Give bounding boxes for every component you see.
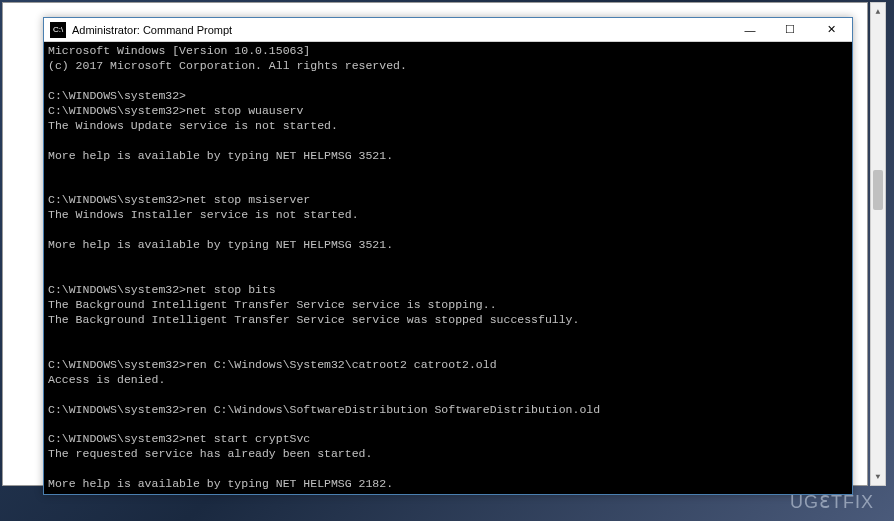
watermark-logo: UGƐTFIX: [790, 491, 874, 513]
terminal-line: [48, 328, 848, 343]
terminal-line: [48, 417, 848, 432]
scroll-up-arrow[interactable]: ▲: [871, 3, 885, 20]
terminal-line: C:\WINDOWS\system32>: [48, 89, 848, 104]
terminal-line: [48, 268, 848, 283]
terminal-line: [48, 164, 848, 179]
terminal-line: C:\WINDOWS\system32>ren C:\Windows\Softw…: [48, 403, 848, 418]
terminal-line: Access is denied.: [48, 373, 848, 388]
vertical-scrollbar[interactable]: ▲ ▼: [870, 2, 886, 486]
terminal-line: More help is available by typing NET HEL…: [48, 477, 848, 492]
terminal-line: [48, 74, 848, 89]
terminal-line: The Windows Update service is not starte…: [48, 119, 848, 134]
maximize-button[interactable]: ☐: [770, 18, 810, 41]
window-titlebar[interactable]: C:\ Administrator: Command Prompt — ☐ ✕: [44, 18, 852, 42]
terminal-line: C:\WINDOWS\system32>net start cryptSvc: [48, 432, 848, 447]
terminal-line: [48, 388, 848, 403]
terminal-line: [48, 343, 848, 358]
command-prompt-window: C:\ Administrator: Command Prompt — ☐ ✕ …: [43, 17, 853, 495]
terminal-line: C:\WINDOWS\system32>ren C:\Windows\Syste…: [48, 358, 848, 373]
terminal-line: C:\WINDOWS\system32>net stop bits: [48, 283, 848, 298]
terminal-line: C:\WINDOWS\system32>net stop msiserver: [48, 193, 848, 208]
desktop-background: C:\ Administrator: Command Prompt — ☐ ✕ …: [2, 2, 868, 486]
terminal-line: [48, 462, 848, 477]
terminal-line: [48, 223, 848, 238]
scroll-thumb[interactable]: [873, 170, 883, 210]
terminal-line: The Background Intelligent Transfer Serv…: [48, 313, 848, 328]
terminal-line: (c) 2017 Microsoft Corporation. All righ…: [48, 59, 848, 74]
window-controls: — ☐ ✕: [730, 18, 852, 41]
scroll-track[interactable]: [871, 20, 885, 468]
minimize-button[interactable]: —: [730, 18, 770, 41]
close-button[interactable]: ✕: [810, 18, 852, 41]
window-title: Administrator: Command Prompt: [72, 24, 730, 36]
terminal-line: The Background Intelligent Transfer Serv…: [48, 298, 848, 313]
terminal-line: Microsoft Windows [Version 10.0.15063]: [48, 44, 848, 59]
terminal-line: [48, 253, 848, 268]
terminal-line: More help is available by typing NET HEL…: [48, 238, 848, 253]
terminal-line: More help is available by typing NET HEL…: [48, 149, 848, 164]
terminal-line: [48, 134, 848, 149]
terminal-output[interactable]: Microsoft Windows [Version 10.0.15063](c…: [44, 42, 852, 494]
scroll-down-arrow[interactable]: ▼: [871, 468, 885, 485]
terminal-line: C:\WINDOWS\system32>net stop wuauserv: [48, 104, 848, 119]
terminal-line: [48, 178, 848, 193]
terminal-line: The Windows Installer service is not sta…: [48, 208, 848, 223]
terminal-line: The requested service has already been s…: [48, 447, 848, 462]
cmd-icon: C:\: [50, 22, 66, 38]
